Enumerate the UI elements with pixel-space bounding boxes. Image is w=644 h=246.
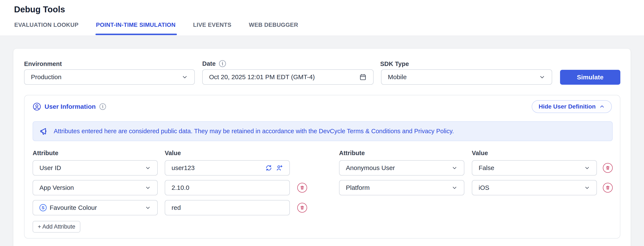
attribute-select-value: User ID	[40, 164, 145, 172]
page-header: Debug Tools EVALUATION LOOKUP POINT-IN-T…	[0, 0, 644, 36]
favourite-colour-value-input[interactable]	[172, 204, 283, 211]
sdk-type-select-value: Mobile	[388, 73, 539, 81]
chevron-down-icon	[452, 185, 458, 191]
user-information-title: User Information	[44, 103, 96, 110]
tab-live-events[interactable]: LIVE EVENTS	[193, 22, 232, 35]
chevron-down-icon	[145, 185, 151, 191]
environment-label: Environment	[24, 60, 62, 67]
tab-bar: EVALUATION LOOKUP POINT-IN-TIME SIMULATI…	[14, 22, 298, 35]
chevron-down-icon	[584, 185, 590, 191]
attribute-select[interactable]: User ID	[32, 160, 158, 176]
trash-icon	[300, 205, 305, 210]
value-select[interactable]: iOS	[472, 180, 597, 195]
simulate-button[interactable]: Simulate	[560, 70, 620, 85]
string-type-badge: S	[40, 204, 47, 211]
public-data-notice-text: Attributes entered here are considered p…	[54, 128, 454, 135]
attribute-select[interactable]: S Favourite Colour	[32, 200, 158, 215]
value-select[interactable]: False	[472, 160, 597, 176]
trash-icon	[300, 185, 305, 190]
attribute-select[interactable]: App Version	[32, 180, 158, 195]
chevron-up-icon	[599, 104, 605, 110]
chevron-down-icon	[584, 165, 590, 171]
trash-icon	[605, 165, 610, 171]
user-information-header: User Information	[32, 100, 106, 113]
environment-select-value: Production	[31, 73, 182, 81]
value-column-header-right: Value	[472, 150, 488, 157]
value-input-wrapper	[165, 200, 290, 215]
sdk-type-select[interactable]: Mobile	[381, 69, 552, 85]
chevron-down-icon	[145, 165, 151, 171]
chevron-down-icon	[182, 74, 188, 80]
trash-icon	[605, 185, 610, 190]
value-input-wrapper	[165, 180, 290, 195]
attribute-select-value: Favourite Colour	[50, 204, 145, 211]
app-version-value-input[interactable]	[172, 184, 283, 191]
value-column-header-left: Value	[165, 150, 181, 157]
attribute-column-header-right: Attribute	[339, 150, 365, 157]
delete-attribute-button[interactable]	[297, 183, 307, 193]
value-select-value: False	[479, 164, 584, 172]
public-data-notice-banner: Attributes entered here are considered p…	[32, 121, 613, 141]
calendar-icon[interactable]	[359, 73, 367, 81]
info-icon[interactable]	[99, 103, 106, 110]
user-circle-icon	[32, 102, 41, 111]
attribute-select-value: Platform	[346, 184, 452, 191]
tab-evaluation-lookup[interactable]: EVALUATION LOOKUP	[14, 22, 78, 35]
page-title: Debug Tools	[14, 5, 65, 14]
attribute-select-value: Anonymous User	[346, 164, 452, 172]
simulation-card: Environment Date SDK Type Production Oct…	[13, 48, 631, 246]
chevron-down-icon	[145, 205, 151, 211]
delete-attribute-button[interactable]	[603, 183, 613, 193]
environment-select[interactable]: Production	[24, 69, 195, 85]
attribute-column-header-left: Attribute	[32, 150, 58, 157]
add-user-icon[interactable]	[276, 164, 283, 172]
date-input-value: Oct 20, 2025 12:01 PM EDT (GMT-4)	[209, 73, 359, 81]
info-icon[interactable]	[219, 60, 226, 67]
user-id-value-input[interactable]	[172, 164, 265, 172]
value-select-value: iOS	[479, 184, 584, 191]
hide-user-definition-button[interactable]: Hide User Definition	[532, 100, 612, 113]
debug-tools-page: Debug Tools EVALUATION LOOKUP POINT-IN-T…	[0, 0, 644, 246]
tab-point-in-time-simulation[interactable]: POINT-IN-TIME SIMULATION	[96, 22, 176, 35]
refresh-icon[interactable]	[265, 164, 272, 172]
hide-user-definition-label: Hide User Definition	[538, 103, 596, 110]
megaphone-icon	[40, 126, 50, 136]
user-information-section: User Information Hide User Definition At…	[24, 95, 620, 239]
tab-web-debugger[interactable]: WEB DEBUGGER	[249, 22, 298, 35]
chevron-down-icon	[452, 165, 458, 171]
sdk-type-label: SDK Type	[380, 60, 409, 67]
date-label: Date	[202, 60, 226, 67]
date-input[interactable]: Oct 20, 2025 12:01 PM EDT (GMT-4)	[202, 69, 374, 85]
attribute-select-value: App Version	[40, 184, 145, 191]
attribute-select[interactable]: Platform	[339, 180, 464, 195]
chevron-down-icon	[539, 74, 545, 80]
delete-attribute-button[interactable]	[603, 163, 613, 173]
value-input-wrapper	[165, 160, 290, 176]
delete-attribute-button[interactable]	[297, 203, 307, 213]
add-attribute-button[interactable]: + Add Attribute	[32, 221, 80, 233]
attribute-select[interactable]: Anonymous User	[339, 160, 464, 176]
